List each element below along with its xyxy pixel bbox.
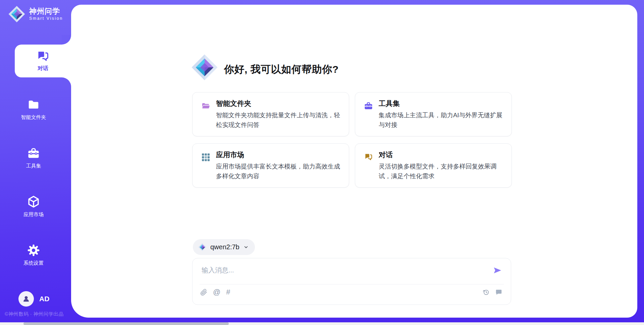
sidebar-footer-credit: ©神州数码 · 神州问学出品 [5,311,64,317]
sidebar-item-smart-folder[interactable]: 智能文件夹 [13,99,54,121]
at-sign-icon[interactable]: @ [213,288,220,296]
feature-card-chat[interactable]: 对话 灵活切换多模型文件，支持多样回复效果调试，满足个性化需求 [355,143,512,188]
cube-icon [27,195,40,208]
paperclip-icon[interactable] [200,289,207,296]
feature-card-title: 工具集 [379,99,400,108]
feature-card-app-market[interactable]: 应用市场 应用市场提供丰富长文本模板，助力高效生成多样化文章内容 [192,143,349,188]
user-account[interactable]: AD [18,291,49,307]
feature-card-title: 应用市场 [216,150,244,159]
sidebar-item-label: 对话 [38,65,48,72]
sidebar-item-app-market[interactable]: 应用市场 [13,195,54,218]
feature-card-description: 智能文件夹功能支持批量文件上传与清洗，轻松实现文件问答 [216,110,344,130]
sidebar-item-label: 系统设置 [23,260,44,266]
person-icon [22,295,31,303]
brand-diamond-icon [8,5,25,23]
feature-card-title: 对话 [379,150,393,159]
feature-card-toolset[interactable]: 工具集 集成市场上主流工具，助力AI与外界无缝扩展与对接 [355,92,512,136]
sidebar-item-settings[interactable]: 系统设置 [13,244,54,266]
message-composer: @ # [192,258,511,305]
sidebar-item-toolset[interactable]: 工具集 [13,147,54,169]
sidebar-item-label: 智能文件夹 [21,114,46,121]
gear-icon [27,244,40,257]
history-icon[interactable] [482,288,490,296]
horizontal-scrollbar[interactable] [0,322,644,325]
chat-icon [36,50,50,63]
model-name: qwen2:7b [210,243,239,251]
brand-name: 神州问学 [29,7,63,15]
grid-icon [201,153,210,163]
model-diamond-icon [198,243,207,251]
message-input[interactable] [201,264,484,276]
sidebar-item-label: 工具集 [26,163,41,169]
sidebar-item-chat[interactable]: 对话 [15,45,71,77]
folder-open-icon [201,102,210,112]
composer-divider [200,284,504,284]
toolbox-icon [364,102,373,112]
hash-icon[interactable]: # [226,288,230,296]
brand-logo-block: 神州问学 Smart Vision [8,5,63,23]
active-tab-top-fillet [62,35,71,45]
feature-card-description: 灵活切换多模型文件，支持多样回复效果调试，满足个性化需求 [379,161,507,181]
sidebar-item-label: 应用市场 [23,211,44,218]
active-tab-bottom-fillet [62,77,71,87]
feature-card-title: 智能文件夹 [216,99,251,108]
greeting-logo-icon [191,54,218,82]
avatar [18,291,34,307]
feature-card-smart-folder[interactable]: 智能文件夹 智能文件夹功能支持批量文件上传与清洗，轻松实现文件问答 [192,92,349,136]
folder-icon [27,99,40,111]
feature-card-description: 集成市场上主流工具，助力AI与外界无缝扩展与对接 [379,110,507,130]
brand-subtitle: Smart Vision [29,16,63,21]
chevron-down-icon [243,244,249,250]
scrollbar-thumb[interactable] [23,322,229,325]
feature-card-description: 应用市场提供丰富长文本模板，助力高效生成多样化文章内容 [216,161,344,181]
chat-icon [364,153,373,163]
comment-icon[interactable] [495,288,502,296]
greeting-title: 你好, 我可以如何帮助你? [224,63,339,76]
send-icon[interactable] [493,266,502,275]
toolbox-icon [27,147,40,160]
model-selector[interactable]: qwen2:7b [193,239,255,255]
user-name: AD [39,295,49,303]
